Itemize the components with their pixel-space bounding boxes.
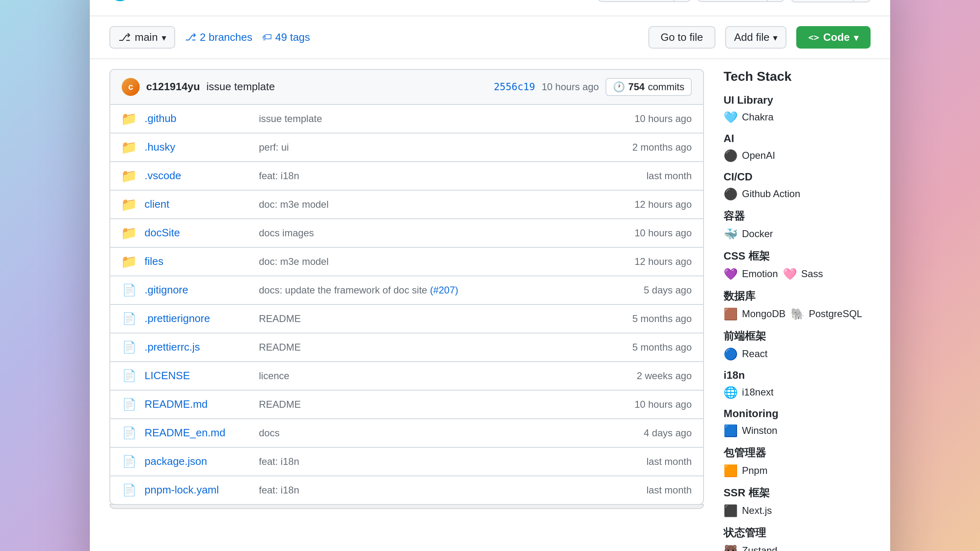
commits-label: commits (648, 81, 684, 93)
code-icon: <> (808, 32, 820, 42)
file-name[interactable]: .prettierrc.js (145, 341, 251, 353)
commit-time: 10 hours ago (542, 81, 599, 93)
tech-item[interactable]: 🟦Winston (724, 424, 777, 438)
file-icon: 📄 (122, 340, 136, 355)
file-name[interactable]: pnpm-lock.yaml (145, 484, 251, 496)
tech-emoji: 🩷 (783, 267, 797, 281)
tech-item[interactable]: ⚫Github Action (724, 187, 800, 201)
tech-section: 数据库🟫MongoDB🐘PostgreSQL (724, 289, 871, 321)
file-name[interactable]: files (145, 255, 251, 268)
tech-section: 前端框架🔵React (724, 329, 871, 361)
file-name[interactable]: .github (145, 112, 251, 125)
branches-link[interactable]: ⎇ 2 branches (185, 31, 252, 44)
star-main[interactable]: ☆ Star 3. (792, 0, 853, 2)
commit-count[interactable]: 🕐 754 commits (606, 78, 692, 96)
tech-section: SSR 框架⬛Next.js (724, 486, 871, 518)
commit-avatar: c (122, 78, 140, 96)
folder-icon: 📁 (122, 169, 136, 183)
file-icon: 📄 (122, 426, 136, 440)
table-row[interactable]: 📄 README_en.md docs 4 days ago (109, 419, 704, 448)
table-row[interactable]: 📁 client doc: m3e model 12 hours ago (109, 191, 704, 219)
tech-emoji: ⚫ (724, 187, 738, 201)
add-file-button[interactable]: Add file (725, 26, 786, 49)
file-name[interactable]: LICENSE (145, 369, 251, 382)
file-commit: docs images (259, 227, 594, 239)
watch-arrow[interactable] (673, 0, 690, 1)
tech-section-title: UI Library (724, 94, 871, 107)
table-row[interactable]: 📄 README.md README 10 hours ago (109, 391, 704, 419)
tech-item[interactable]: 🔵React (724, 347, 768, 361)
tech-emoji: 🟫 (724, 307, 738, 321)
table-row[interactable]: 📄 .gitignore docs: update the framework … (109, 276, 704, 305)
commit-message: issue template (207, 80, 275, 93)
tech-item[interactable]: 🐳Docker (724, 227, 773, 241)
tech-item[interactable]: 🐻Zustand (724, 544, 777, 551)
file-name[interactable]: .vscode (145, 169, 251, 182)
branch-selector[interactable]: ⎇ main (109, 26, 175, 49)
fork-arrow[interactable] (767, 0, 784, 1)
commit-link[interactable]: (#207) (430, 284, 458, 295)
table-row[interactable]: 📁 .github issue template 10 hours ago (109, 105, 704, 133)
tech-item[interactable]: ⬛Next.js (724, 504, 772, 518)
tech-name: Zustand (742, 545, 777, 551)
tech-item[interactable]: 🌐i18next (724, 386, 773, 399)
tag-icon: 🏷 (262, 31, 272, 43)
commit-sha[interactable]: 2556c19 (494, 81, 535, 93)
fork-main[interactable]: ⑂ Fork 728 (698, 0, 766, 1)
main-window: FastGPT Public Watch 30 ⑂ Fork 7 (90, 0, 890, 551)
tech-item[interactable]: 🟫MongoDB (724, 307, 786, 321)
file-time: last month (602, 170, 692, 182)
file-commit: README (259, 399, 594, 410)
table-row[interactable]: 📁 .vscode feat: i18n last month (109, 162, 704, 191)
table-row[interactable]: 📁 files doc: m3e model 12 hours ago (109, 248, 704, 276)
tech-item[interactable]: ⚫OpenAI (724, 149, 775, 162)
file-name[interactable]: README_en.md (145, 427, 251, 439)
file-name[interactable]: package.json (145, 455, 251, 468)
file-time: last month (602, 484, 692, 496)
tech-item[interactable]: 🩷Sass (783, 267, 823, 281)
tech-items: 🟫MongoDB🐘PostgreSQL (724, 307, 871, 321)
fork-button[interactable]: ⑂ Fork 728 (697, 0, 784, 2)
file-icon: 📄 (122, 483, 136, 498)
tech-name: Chakra (742, 111, 773, 123)
code-button[interactable]: <> Code (796, 26, 871, 49)
table-row[interactable]: 📄 .prettierignore README 5 months ago (109, 305, 704, 333)
file-time: 4 days ago (602, 427, 692, 439)
table-row[interactable]: 📁 docSite docs images 10 hours ago (109, 219, 704, 248)
file-name[interactable]: docSite (145, 227, 251, 239)
branch-icon: ⎇ (118, 31, 131, 44)
file-name[interactable]: client (145, 198, 251, 211)
add-file-main[interactable]: Add file (726, 27, 786, 48)
tech-item[interactable]: 🐘PostgreSQL (791, 307, 862, 321)
file-name[interactable]: .husky (145, 141, 251, 153)
tech-items: 🟦Winston (724, 424, 871, 438)
file-time: 5 months ago (602, 313, 692, 324)
tech-section: 状态管理🐻Zustand (724, 526, 871, 551)
fastgpt-logo (109, 0, 131, 1)
star-arrow[interactable] (853, 0, 870, 1)
tech-section-title: CI/CD (724, 171, 871, 183)
tech-section-title: Monitoring (724, 407, 871, 420)
table-row[interactable]: 📄 LICENSE licence 2 weeks ago (109, 362, 704, 391)
file-name[interactable]: .prettierignore (145, 312, 251, 325)
watch-button[interactable]: Watch 30 (598, 0, 691, 2)
tech-item[interactable]: 💜Emotion (724, 267, 778, 281)
table-row[interactable]: 📄 .prettierrc.js README 5 months ago (109, 333, 704, 362)
tech-item[interactable]: 🩵Chakra (724, 111, 773, 124)
table-row[interactable]: 📄 package.json feat: i18n last month (109, 448, 704, 476)
tech-section-title: 容器 (724, 209, 871, 223)
table-row[interactable]: 📁 .husky perf: ui 2 months ago (109, 133, 704, 162)
header-actions: Watch 30 ⑂ Fork 728 (598, 0, 871, 2)
file-icon: 📄 (122, 311, 136, 326)
watch-main[interactable]: Watch 30 (599, 0, 674, 1)
scroll-hint (109, 504, 704, 509)
commit-user[interactable]: c121914yu (146, 80, 200, 93)
tech-item[interactable]: 🟧Pnpm (724, 464, 768, 478)
tags-link[interactable]: 🏷 49 tags (262, 31, 310, 44)
file-name[interactable]: .gitignore (145, 284, 251, 296)
go-to-file-button[interactable]: Go to file (648, 26, 715, 49)
star-button[interactable]: ☆ Star 3. (791, 0, 871, 2)
tech-items: ⬛Next.js (724, 504, 871, 518)
table-row[interactable]: 📄 pnpm-lock.yaml feat: i18n last month (109, 476, 704, 505)
file-name[interactable]: README.md (145, 398, 251, 411)
